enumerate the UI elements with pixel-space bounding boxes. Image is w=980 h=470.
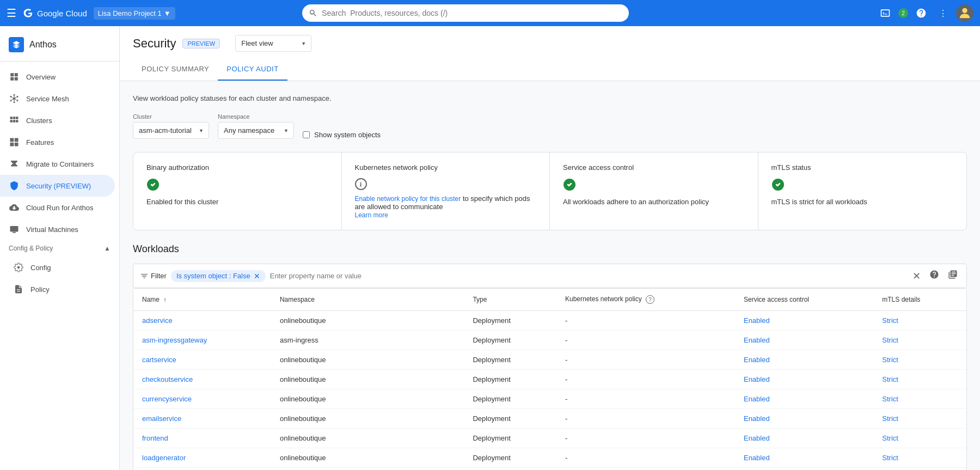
sidebar-item-virtual-machines[interactable]: Virtual Machines [0, 218, 115, 240]
access-link[interactable]: Enabled [744, 316, 770, 325]
cell-k8s: - [556, 448, 735, 468]
fleet-view-dropdown[interactable]: Fleet view Cluster view [235, 35, 311, 52]
access-link[interactable]: Enabled [744, 414, 770, 423]
mtls-title: mTLS status [771, 163, 954, 172]
access-link[interactable]: Enabled [744, 356, 770, 364]
namespace-dropdown[interactable]: Any namespace [218, 122, 294, 139]
k8s-policy-help-icon[interactable]: ? [646, 295, 654, 304]
sidebar-item-migrate-containers[interactable]: Migrate to Containers [0, 153, 115, 175]
workload-link[interactable]: adservice [142, 316, 173, 325]
mtls-link[interactable]: Strict [882, 336, 898, 344]
col-namespace[interactable]: Namespace [271, 289, 464, 311]
cell-type: Deployment [464, 350, 556, 370]
cloud-shell-icon[interactable] [877, 4, 894, 22]
page-title: Security [133, 36, 176, 51]
svg-point-3 [17, 96, 19, 97]
filter-chip-close[interactable]: ✕ [254, 272, 260, 280]
cell-k8s: - [556, 468, 735, 471]
workload-link[interactable]: emailservice [142, 414, 181, 423]
cell-k8s: - [556, 429, 735, 448]
workload-link[interactable]: checkoutservice [142, 375, 193, 383]
col-name[interactable]: Name ↑ [133, 289, 271, 311]
project-name: Lisa Demo Project 1 [98, 9, 162, 17]
config-policy-section[interactable]: Config & Policy ▲ [0, 240, 119, 257]
workload-link[interactable]: asm-ingressgateway [142, 336, 207, 344]
svg-rect-16 [16, 117, 19, 119]
mtls-link[interactable]: Strict [882, 395, 898, 403]
learn-more-link[interactable]: Learn more [355, 211, 388, 219]
sidebar-item-clusters[interactable]: Clusters [0, 109, 115, 131]
access-link[interactable]: Enabled [744, 454, 770, 462]
mtls-link[interactable]: Strict [882, 414, 898, 423]
col-k8s-policy[interactable]: Kubernetes network policy ? [556, 289, 735, 311]
search-input[interactable] [322, 9, 622, 17]
notification-badge[interactable]: 2 [898, 8, 908, 18]
tab-policy-summary[interactable]: POLICY SUMMARY [133, 58, 218, 81]
k8s-network-icon: i [355, 178, 537, 190]
svg-line-12 [11, 99, 13, 100]
svg-rect-21 [15, 138, 19, 142]
project-selector[interactable]: Lisa Demo Project 1 ▼ [94, 7, 175, 20]
sidebar-item-config[interactable]: Config [4, 257, 115, 278]
mtls-link[interactable]: Strict [882, 454, 898, 462]
service-mesh-icon [9, 93, 20, 104]
cluster-dropdown-wrapper[interactable]: asm-acm-tutorial [133, 122, 209, 139]
more-options-icon[interactable]: ⋮ [934, 4, 952, 22]
user-avatar[interactable] [956, 4, 973, 22]
cell-name: cartservice [133, 350, 271, 370]
google-cloud-logo: Google Cloud [23, 8, 87, 19]
sidebar-item-features[interactable]: Features [0, 131, 115, 153]
svg-point-4 [17, 100, 19, 101]
k8s-network-link[interactable]: Enable network policy for this cluster [355, 195, 461, 203]
cluster-dropdown[interactable]: asm-acm-tutorial [133, 122, 209, 139]
access-link[interactable]: Enabled [744, 434, 770, 442]
mtls-link[interactable]: Strict [882, 375, 898, 383]
policy-icon [13, 284, 24, 295]
binary-auth-status: Enabled for this cluster [146, 198, 328, 206]
columns-button[interactable] [946, 267, 960, 284]
workload-link[interactable]: cartservice [142, 356, 176, 364]
col-mtls-details[interactable]: mTLS details [873, 289, 966, 311]
filter-label: Filter [140, 272, 167, 280]
help-icon[interactable] [912, 4, 930, 22]
filter-chip-system-object[interactable]: Is system object : False ✕ [171, 270, 266, 282]
access-link[interactable]: Enabled [744, 395, 770, 403]
search-icon [309, 9, 317, 17]
tab-policy-audit[interactable]: POLICY AUDIT [218, 58, 287, 81]
show-system-objects-checkbox[interactable] [303, 131, 310, 138]
sidebar-item-service-mesh[interactable]: Service Mesh [0, 88, 115, 109]
google-logo-icon [23, 8, 34, 19]
filter-input[interactable] [270, 272, 906, 280]
workload-link[interactable]: currencyservice [142, 395, 192, 403]
config-policy-label: Config & Policy [9, 245, 53, 252]
sidebar-item-security[interactable]: Security (PREVIEW) [0, 175, 115, 197]
cell-mtls: Strict [873, 350, 966, 370]
layout: Anthos Overview Service Mesh Clusters Fe [0, 26, 980, 470]
search-bar[interactable] [302, 4, 629, 22]
fleet-view-dropdown-wrapper[interactable]: Fleet view Cluster view [235, 35, 311, 52]
clear-filter-button[interactable]: ✕ [910, 268, 923, 284]
mtls-link[interactable]: Strict [882, 316, 898, 325]
access-link[interactable]: Enabled [744, 336, 770, 344]
cell-type: Deployment [464, 429, 556, 448]
access-link[interactable]: Enabled [744, 375, 770, 383]
sidebar-item-policy[interactable]: Policy [4, 278, 115, 300]
cell-name: loadgenerator [133, 448, 271, 468]
cell-k8s: - [556, 389, 735, 409]
mtls-link[interactable]: Strict [882, 434, 898, 442]
sidebar-item-cloud-run[interactable]: Cloud Run for Anthos [0, 197, 115, 218]
svg-rect-19 [16, 120, 19, 123]
namespace-dropdown-wrapper[interactable]: Any namespace [218, 122, 294, 139]
svg-point-27 [17, 266, 20, 269]
workload-link[interactable]: loadgenerator [142, 454, 186, 462]
mtls-link[interactable]: Strict [882, 356, 898, 364]
help-filter-button[interactable] [927, 267, 941, 284]
menu-icon[interactable]: ☰ [7, 7, 16, 20]
cell-access: Enabled [735, 448, 873, 468]
cell-type: Deployment [464, 389, 556, 409]
workload-link[interactable]: frontend [142, 434, 168, 442]
col-type[interactable]: Type [464, 289, 556, 311]
cell-mtls: Strict [873, 468, 966, 471]
col-service-access[interactable]: Service access control [735, 289, 873, 311]
sidebar-item-overview[interactable]: Overview [0, 66, 115, 88]
